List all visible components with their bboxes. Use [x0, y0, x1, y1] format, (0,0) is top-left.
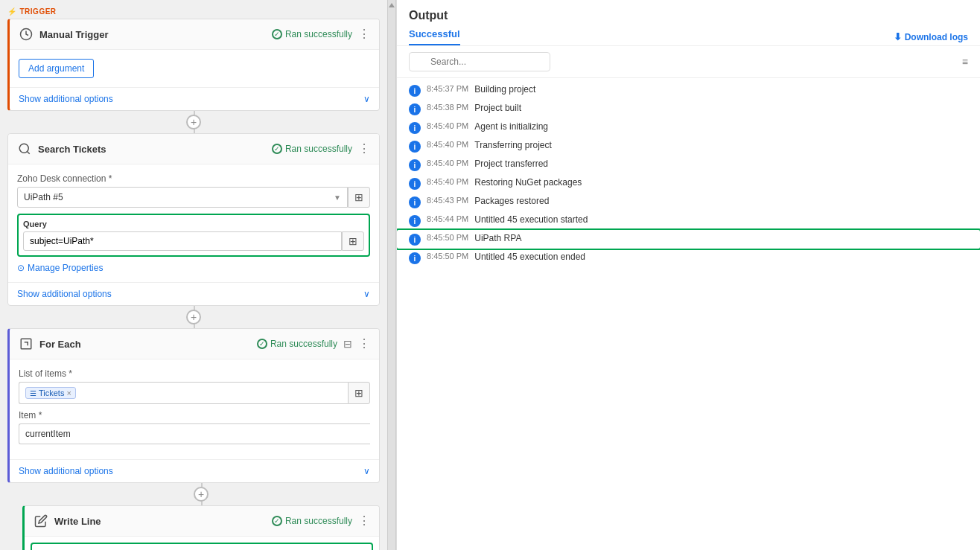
list-input-row: ☰ Tickets × ⊞ — [19, 382, 370, 404]
output-search-input[interactable] — [409, 52, 550, 71]
log-list: i8:45:37 PMBuilding projecti8:45:38 PMPr… — [397, 78, 980, 550]
log-time: 8:45:44 PM — [427, 214, 468, 223]
item-input-row: currentItem — [19, 423, 370, 444]
log-message: Project built — [474, 103, 521, 113]
download-logs-button[interactable]: ⬇ Download logs — [894, 31, 968, 42]
scroll-divider[interactable] — [387, 0, 396, 550]
svg-line-2 — [27, 151, 29, 153]
filter-icon[interactable]: ≡ — [962, 56, 968, 68]
svg-point-1 — [19, 144, 28, 153]
list-label: List of items * — [19, 368, 370, 379]
log-time: 8:45:40 PM — [427, 159, 468, 167]
manual-trigger-header: Manual Trigger ✓ Ran successfully ⋮ — [10, 19, 379, 50]
item-input[interactable]: currentItem — [19, 423, 370, 444]
manual-trigger-icon — [19, 27, 34, 42]
manual-trigger-more[interactable]: ⋮ — [358, 28, 370, 40]
for-each-icon — [19, 336, 34, 351]
for-each-body: List of items * ☰ Tickets × ⊞ Item * cur… — [10, 359, 379, 459]
log-message: Agent is initializing — [474, 121, 548, 132]
write-line-status: ✓ Ran successfully — [272, 516, 352, 526]
log-item: i8:45:40 PMProject transferred — [397, 156, 980, 174]
for-each-card: For Each ✓ Ran successfully ⊟ ⋮ List of … — [7, 328, 380, 483]
log-message: Restoring NuGet packages — [474, 177, 582, 188]
output-search-row: 🔍 ≡ — [397, 46, 980, 78]
add-step-3[interactable]: + — [194, 487, 209, 502]
log-item: i8:45:43 PMPackages restored — [397, 193, 980, 211]
tag-close-icon[interactable]: × — [66, 388, 71, 397]
for-each-header: For Each ✓ Ran successfully ⊟ ⋮ — [10, 329, 379, 359]
log-message: Building project — [474, 84, 535, 95]
log-message: Project transferred — [474, 159, 548, 169]
query-input-row: ⊞ — [23, 231, 364, 251]
search-tickets-title: Search Tickets — [38, 144, 272, 155]
manual-trigger-card: Manual Trigger ✓ Ran successfully ⋮ Add … — [7, 19, 380, 111]
write-line-more[interactable]: ⋮ — [358, 515, 370, 527]
manage-properties[interactable]: ⊙ Manage Properties — [17, 263, 370, 273]
search-tickets-more[interactable]: ⋮ — [358, 143, 370, 155]
download-icon: ⬇ — [894, 31, 902, 42]
manual-trigger-title: Manual Trigger — [39, 29, 272, 40]
query-input[interactable] — [23, 231, 342, 251]
info-icon: i — [409, 85, 421, 97]
info-icon: i — [409, 159, 421, 171]
info-icon: i — [409, 215, 421, 227]
check-icon-3: ✓ — [257, 339, 267, 349]
write-line-body: Text {x} currentItem.subject ⊞ — [31, 543, 373, 550]
info-icon: i — [409, 234, 421, 246]
log-time: 8:45:38 PM — [427, 103, 468, 112]
log-item: i8:45:50 PMUiPath RPA — [397, 230, 980, 249]
log-time: 8:45:43 PM — [427, 196, 468, 205]
check-icon-2: ✓ — [272, 144, 282, 154]
output-panel: Output Successful ⬇ Download logs 🔍 ≡ i8… — [396, 0, 980, 550]
list-settings[interactable]: ⊞ — [348, 382, 370, 404]
info-icon: i — [409, 252, 421, 264]
log-message: Packages restored — [474, 196, 549, 206]
trigger-label-icon: ⚡ — [7, 7, 17, 16]
search-wrapper: 🔍 — [409, 52, 956, 71]
write-line-icon — [34, 514, 48, 528]
select-arrow-icon: ▼ — [334, 194, 341, 202]
add-step-2[interactable]: + — [186, 310, 201, 324]
for-each-expand-icon[interactable]: ⊟ — [343, 338, 352, 350]
for-each-more[interactable]: ⋮ — [358, 338, 370, 350]
search-tickets-body: Zoho Desk connection * UiPath #5 ▼ ⊞ Que… — [8, 164, 379, 282]
connector-2: + — [7, 306, 380, 328]
write-line-title: Write Line — [54, 516, 272, 527]
connection-select[interactable]: UiPath #5 ▼ — [17, 187, 348, 208]
log-time: 8:45:50 PM — [427, 252, 468, 260]
log-item: i8:45:50 PMUntitled 45 execution ended — [397, 249, 980, 267]
output-title: Output — [409, 9, 448, 22]
scroll-up-arrow[interactable] — [389, 3, 395, 7]
output-header: Output Successful ⬇ Download logs — [397, 0, 980, 46]
log-message: UiPath RPA — [474, 233, 521, 243]
log-item: i8:45:40 PMRestoring NuGet packages — [397, 174, 980, 193]
search-tickets-show-options[interactable]: Show additional options ∨ — [8, 282, 379, 305]
for-each-show-options[interactable]: Show additional options ∨ — [10, 459, 379, 482]
info-icon: i — [409, 103, 421, 115]
connection-settings[interactable]: ⊞ — [348, 187, 370, 208]
search-tickets-status: ✓ Ran successfully — [272, 144, 352, 154]
settings-icon: ⊙ — [17, 263, 25, 273]
output-tabs: Successful ⬇ Download logs — [409, 22, 968, 45]
log-message: Transferring project — [474, 140, 552, 150]
query-label: Query — [23, 220, 364, 228]
connection-row: UiPath #5 ▼ ⊞ — [17, 187, 370, 208]
trigger-show-options[interactable]: Show additional options ∨ — [10, 87, 379, 110]
log-message: Untitled 45 execution started — [474, 214, 588, 225]
write-line-card: Write Line ✓ Ran successfully ⋮ Text {x}… — [22, 505, 380, 550]
add-step-1[interactable]: + — [186, 115, 201, 129]
chevron-down-icon-3: ∨ — [363, 466, 370, 476]
item-label: Item * — [19, 410, 370, 421]
add-argument-button[interactable]: Add argument — [19, 59, 94, 78]
list-input[interactable]: ☰ Tickets × — [19, 382, 348, 404]
log-item: i8:45:40 PMAgent is initializing — [397, 118, 980, 137]
subflow-area: + Write Line ✓ Ran successfully ⋮ — [22, 483, 380, 550]
log-item: i8:45:40 PMTransferring project — [397, 137, 980, 156]
info-icon: i — [409, 178, 421, 190]
check-icon-4: ✓ — [272, 516, 282, 526]
query-settings[interactable]: ⊞ — [342, 231, 364, 251]
log-time: 8:45:40 PM — [427, 121, 468, 130]
tab-successful[interactable]: Successful — [409, 28, 460, 45]
workflow-panel: ⚡ TRIGGER Manual Trigger ✓ Ran successfu… — [0, 0, 387, 550]
manual-trigger-status: ✓ Ran successfully — [272, 29, 352, 39]
